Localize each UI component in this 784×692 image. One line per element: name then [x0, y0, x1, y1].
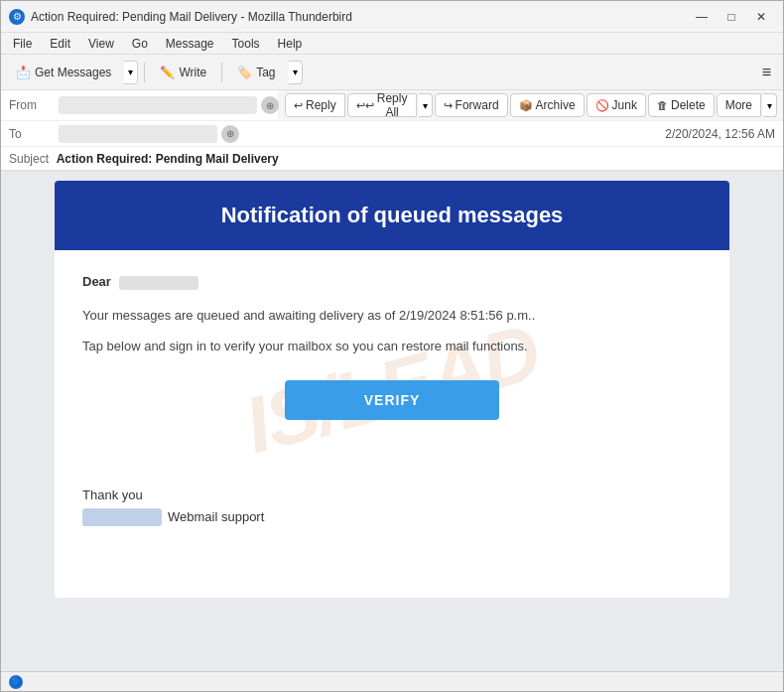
toolbar-divider-1	[144, 63, 145, 82]
email-body-content: Dear Your messages are queued and awaiti…	[55, 250, 729, 468]
junk-label: Junk	[612, 98, 637, 112]
thank-you-text: Thank you	[82, 487, 702, 502]
write-button[interactable]: ✏️ Write	[151, 60, 215, 85]
reply-all-button[interactable]: ↩↩ Reply All	[347, 93, 417, 117]
email-content: Notification of queued messages Dear You…	[55, 181, 729, 554]
email-body-wrap: IS/LEAD Notification of queued messages …	[1, 171, 783, 671]
reply-all-dropdown[interactable]: ▾	[419, 93, 433, 117]
tag-label: Tag	[256, 66, 275, 79]
email-date: 2/20/2024, 12:56 AM	[665, 127, 775, 141]
from-section: From ⊕	[1, 93, 279, 117]
delete-button[interactable]: 🗑 Delete	[648, 93, 715, 117]
write-label: Write	[179, 66, 206, 79]
dear-label: Dear	[82, 274, 111, 289]
get-messages-label: Get Messages	[35, 66, 111, 79]
menu-go[interactable]: Go	[124, 35, 156, 53]
toolbar: 📩 Get Messages ▾ ✏️ Write 🏷️ Tag ▾ ≡	[1, 55, 783, 90]
reply-icon: ↩	[294, 99, 303, 112]
get-messages-dropdown[interactable]: ▾	[124, 61, 138, 84]
recipient-name-redacted	[119, 276, 198, 290]
subject-row: Subject Action Required: Pending Mail De…	[1, 147, 783, 171]
forward-icon: ↪	[444, 99, 453, 112]
reply-all-icon: ↩↩	[356, 99, 374, 112]
reply-label: Reply	[306, 98, 336, 112]
subject-value: Action Required: Pending Mail Delivery	[57, 152, 279, 166]
verify-button-wrap: VERIFY	[82, 380, 702, 420]
close-button[interactable]: ✕	[747, 7, 775, 27]
delete-label: Delete	[671, 98, 706, 112]
to-value-wrap: ⊕	[59, 125, 665, 143]
email-dear: Dear	[82, 274, 702, 290]
menu-tools[interactable]: Tools	[224, 35, 268, 53]
email-paragraph-1: Your messages are queued and awaiting de…	[82, 306, 702, 326]
menu-message[interactable]: Message	[158, 35, 222, 53]
tag-dropdown[interactable]: ▾	[289, 61, 303, 84]
from-action-row: From ⊕ ↩ Reply ↩↩ Reply All ▾ ↪ Forward …	[1, 90, 783, 121]
envelope-icon: 📩	[16, 66, 31, 79]
reply-all-label: Reply All	[377, 91, 408, 119]
menu-bar: File Edit View Go Message Tools Help	[1, 33, 783, 55]
archive-button[interactable]: 📦 Archive	[510, 93, 585, 117]
get-messages-button[interactable]: 📩 Get Messages	[7, 60, 120, 85]
menu-help[interactable]: Help	[270, 35, 311, 53]
subject-label: Subject	[9, 152, 49, 166]
minimize-button[interactable]: —	[688, 7, 716, 27]
window-title: Action Required: Pending Mail Delivery -…	[31, 10, 688, 24]
forward-button[interactable]: ↪ Forward	[435, 93, 508, 117]
app-window: ⚙ Action Required: Pending Mail Delivery…	[0, 0, 784, 692]
to-contact-icon[interactable]: ⊕	[221, 125, 239, 143]
junk-icon: 🚫	[595, 99, 609, 112]
archive-label: Archive	[536, 98, 576, 112]
from-label: From	[9, 98, 59, 112]
email-paragraph-2: Tap below and sign in to verify your mai…	[82, 337, 702, 356]
hamburger-menu-button[interactable]: ≡	[756, 61, 777, 84]
delete-icon: 🗑	[657, 99, 668, 111]
more-dropdown[interactable]: ▾	[763, 93, 777, 117]
support-row: Webmail support	[82, 508, 702, 526]
from-address-display	[59, 96, 257, 114]
status-bar: 🔵	[1, 671, 783, 691]
maximize-button[interactable]: □	[718, 7, 745, 27]
to-row: To ⊕ 2/20/2024, 12:56 AM	[1, 121, 783, 147]
reply-button[interactable]: ↩ Reply	[285, 93, 345, 117]
banner-title: Notification of queued messages	[221, 203, 564, 227]
forward-label: Forward	[456, 98, 499, 112]
more-label: More	[725, 98, 752, 112]
archive-icon: 📦	[519, 99, 533, 112]
webmail-logo-redacted	[82, 508, 162, 526]
action-buttons-section: ↩ Reply ↩↩ Reply All ▾ ↪ Forward 📦 Archi…	[279, 90, 783, 120]
title-bar: ⚙ Action Required: Pending Mail Delivery…	[1, 1, 783, 33]
to-address-display	[59, 125, 217, 143]
window-controls: — □ ✕	[688, 7, 775, 27]
to-label: To	[9, 127, 59, 141]
toolbar-divider-2	[221, 63, 222, 82]
pencil-icon: ✏️	[160, 66, 175, 79]
junk-button[interactable]: 🚫 Junk	[587, 93, 646, 117]
verify-button[interactable]: VERIFY	[285, 380, 500, 420]
menu-edit[interactable]: Edit	[42, 35, 78, 53]
more-button[interactable]: More	[717, 93, 761, 117]
webmail-support-text: Webmail support	[168, 509, 264, 524]
from-contact-icon[interactable]: ⊕	[261, 96, 279, 114]
tag-icon: 🏷️	[237, 66, 252, 79]
from-value-wrap: ⊕	[59, 96, 279, 114]
email-banner: Notification of queued messages	[55, 181, 729, 250]
menu-file[interactable]: File	[5, 35, 40, 53]
status-icon: 🔵	[9, 675, 23, 689]
app-icon: ⚙	[9, 9, 25, 25]
tag-button[interactable]: 🏷️ Tag	[228, 60, 284, 85]
email-body: IS/LEAD Notification of queued messages …	[55, 181, 729, 598]
email-footer: Thank you Webmail support	[55, 468, 729, 554]
menu-view[interactable]: View	[80, 35, 122, 53]
